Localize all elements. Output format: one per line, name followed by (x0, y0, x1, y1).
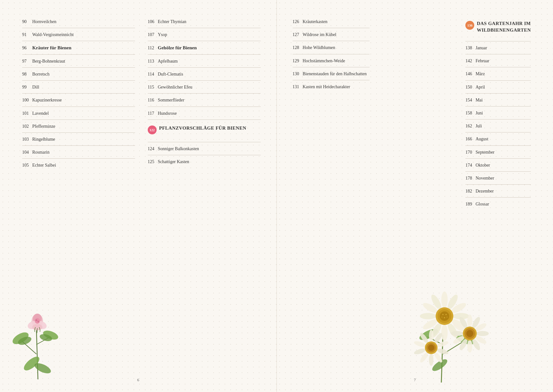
svg-point-40 (444, 317, 445, 318)
toc-label: Februar (475, 58, 489, 64)
toc-label: Ysop (158, 32, 167, 38)
right-page: 126Kräuterkasten127Wildrose im Kübel128H… (277, 0, 553, 392)
toc-number: 101 (22, 111, 32, 116)
toc-entry: 114Duft-Clematis (148, 71, 261, 81)
toc-entry: 182Dezember (465, 188, 531, 198)
svg-point-70 (428, 345, 434, 351)
toc-entry: 105Echter Salbei (22, 162, 135, 171)
toc-label: Apfelbaum (158, 58, 178, 64)
toc-label: Sonniger Balkonkasten (158, 146, 199, 152)
toc-number: 170 (465, 150, 475, 155)
toc-entry: 117Hundsrose (148, 111, 261, 120)
toc-label: Kapuzinerkresse (32, 97, 62, 103)
toc-label: Wildrose im Kübel (303, 32, 337, 38)
toc-number: 105 (22, 163, 32, 168)
left-column-2: 106Echter Thymian107Ysop112Gehölze für B… (148, 19, 261, 175)
toc-label: Dill (32, 84, 39, 90)
toc-number: 115 (148, 85, 158, 90)
section-badge: 136 (465, 21, 474, 30)
toc-entry: 104Rosmarin (22, 150, 135, 159)
toc-entry: 99Dill (22, 84, 135, 94)
toc-number: 131 (293, 84, 303, 89)
toc-label: Ringelblume (32, 137, 55, 142)
toc-number: 129 (293, 58, 303, 64)
toc-entry: 170September (465, 150, 531, 159)
toc-number: 99 (22, 85, 32, 90)
toc-number: 117 (148, 111, 158, 116)
toc-entry: 129Hochstämmchen-Weide (293, 58, 370, 67)
toc-entry: 90Hornveilchen (22, 19, 135, 28)
svg-point-58 (429, 330, 433, 342)
toc-label: Juli (475, 123, 482, 129)
toc-number: 96 (22, 46, 32, 51)
toc-label: Hohe Wildblumen (303, 45, 335, 51)
toc-label: Rosmarin (32, 150, 49, 155)
toc-number: 189 (465, 202, 475, 207)
toc-entry: 102Pfefferminze (22, 124, 135, 133)
toc-label: Schattiger Kasten (158, 159, 189, 165)
toc-entry: 113Apfelbaum (148, 58, 261, 68)
toc-number: 128 (293, 45, 303, 50)
toc-entry: 106Echter Thymian (148, 19, 261, 28)
toc-entry: 138Januar (465, 45, 531, 54)
toc-entry: 127Wildrose im Kübel (293, 32, 370, 41)
toc-number: 146 (465, 71, 475, 77)
toc-label: Dezember (475, 188, 494, 194)
toc-entry: 130Bienenstauden für den Halbschatten (293, 71, 370, 80)
toc-number: 154 (465, 98, 475, 103)
toc-number: 98 (22, 72, 32, 77)
svg-point-37 (440, 311, 449, 321)
toc-number: 106 (148, 19, 158, 24)
toc-label: August (475, 136, 488, 142)
toc-entry: 126Kräuterkasten (293, 19, 370, 28)
toc-entry: 189Glossar (465, 201, 531, 210)
svg-point-43 (467, 315, 472, 327)
toc-label: Gewöhnlicher Efeu (158, 84, 192, 90)
toc-label: Hundsrose (158, 111, 177, 116)
toc-entry: 146März (465, 71, 531, 80)
toc-label: November (475, 175, 494, 181)
toc-entry: 96Kräuter für Bienen (22, 45, 135, 55)
toc-number: 113 (148, 59, 158, 64)
section-heading-text: PFLANZVORSCHLÄGE FÜR BIENEN (159, 125, 246, 132)
toc-entry: 128Hohe Wildblumen (293, 45, 370, 54)
right-column-middle (379, 19, 456, 214)
toc-label: Lavendel (32, 111, 49, 116)
toc-entry: 154Mai (465, 97, 531, 107)
svg-point-39 (445, 314, 447, 315)
toc-label: Borretsch (32, 71, 49, 77)
svg-point-57 (466, 330, 473, 337)
svg-point-29 (441, 324, 448, 341)
svg-point-15 (35, 319, 37, 321)
toc-entry: 162Juli (465, 123, 531, 132)
toc-label: Kräuterkasten (303, 19, 328, 25)
section-heading-text: DAS GARTENJAHR IM WILDBIENENGARTEN (477, 20, 531, 34)
toc-label: Echter Thymian (158, 19, 186, 25)
toc-number: 126 (293, 19, 303, 24)
svg-point-23 (441, 291, 448, 308)
toc-number: 182 (465, 189, 475, 194)
toc-label: Wald-Vergissmeinnicht (32, 32, 74, 38)
svg-point-42 (446, 317, 447, 318)
toc-label: Berg-Bohnenkraut (32, 58, 65, 64)
toc-entry: 112Gehölze für Bienen (148, 45, 261, 55)
toc-label: April (475, 84, 485, 90)
toc-label: Duft-Clematis (158, 71, 183, 77)
toc-entry: 122PFLANZVORSCHLÄGE FÜR BIENEN (148, 124, 261, 142)
toc-number: 103 (22, 137, 32, 142)
svg-line-0 (36, 329, 38, 379)
toc-number: 100 (22, 98, 32, 103)
toc-number: 114 (148, 72, 158, 77)
toc-number: 124 (148, 146, 158, 151)
toc-number: 112 (148, 46, 158, 51)
toc-label: Gehölze für Bienen (158, 45, 197, 51)
toc-label: Mai (475, 97, 483, 103)
toc-label: Hochstämmchen-Weide (303, 58, 345, 64)
toc-number: 142 (465, 58, 475, 64)
rose-illustration (9, 291, 73, 379)
svg-point-52 (451, 331, 463, 336)
toc-label: Hornveilchen (32, 19, 56, 25)
section-heading: 122PFLANZVORSCHLÄGE FÜR BIENEN (148, 125, 246, 134)
toc-entry: 115Gewöhnlicher Efeu (148, 84, 261, 94)
toc-entry: 142Februar (465, 58, 531, 67)
